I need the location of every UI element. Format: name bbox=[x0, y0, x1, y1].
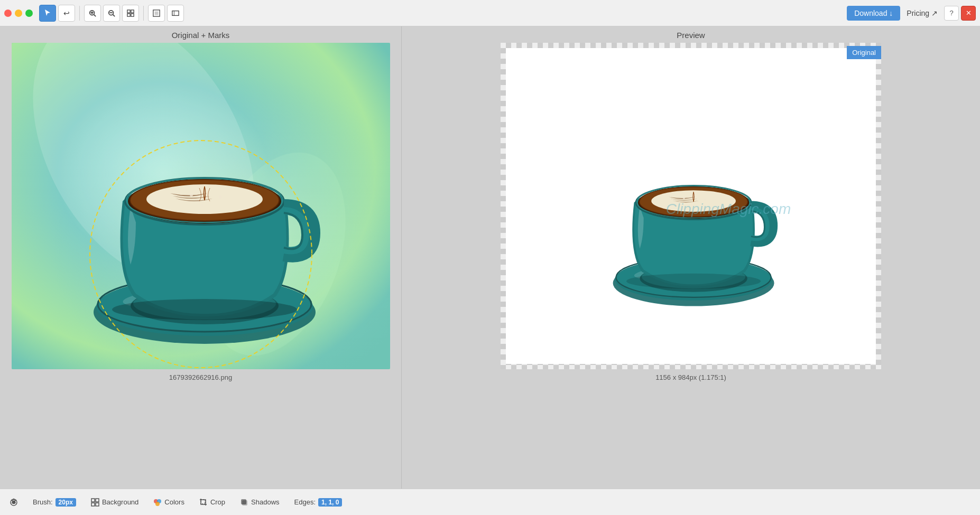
left-panel-title: Original + Marks bbox=[172, 26, 230, 43]
traffic-lights bbox=[4, 10, 33, 17]
svg-point-30 bbox=[190, 193, 193, 196]
zoom-in-button[interactable] bbox=[84, 5, 101, 22]
original-toggle-button[interactable]: Original bbox=[847, 46, 881, 59]
brush-value-badge: 20px bbox=[56, 498, 76, 507]
zoom-out-button[interactable] bbox=[103, 5, 120, 22]
crop-button[interactable]: Crop bbox=[196, 496, 228, 509]
svg-point-31 bbox=[219, 196, 221, 199]
separator-1 bbox=[79, 6, 80, 21]
fit-button[interactable] bbox=[122, 5, 139, 22]
brush-label: Brush: bbox=[33, 498, 53, 506]
close-button[interactable]: ✕ bbox=[961, 6, 976, 21]
undo-button[interactable]: ↩ bbox=[58, 5, 75, 22]
main-content: Original + Marks bbox=[0, 26, 980, 489]
original-image-container[interactable] bbox=[12, 43, 390, 369]
svg-rect-58 bbox=[91, 503, 95, 506]
colors-button[interactable]: Colors bbox=[150, 496, 188, 509]
colors-label: Colors bbox=[164, 498, 184, 506]
svg-rect-65 bbox=[242, 500, 247, 505]
svg-rect-13 bbox=[172, 11, 179, 15]
svg-rect-12 bbox=[155, 11, 159, 15]
top-toolbar: ↩ bbox=[0, 0, 980, 26]
settings-button[interactable] bbox=[6, 495, 21, 510]
svg-line-5 bbox=[113, 14, 115, 16]
crop-left-button[interactable] bbox=[148, 5, 165, 22]
svg-point-48 bbox=[683, 197, 685, 199]
bottom-toolbar: Brush: 20px Background Colors Crop bbox=[0, 489, 980, 515]
svg-rect-10 bbox=[131, 13, 134, 16]
svg-point-50 bbox=[691, 205, 692, 207]
preview-panel-wrapper: Preview Original bbox=[402, 26, 980, 489]
select-tool-button[interactable] bbox=[39, 5, 56, 22]
crop-right-button[interactable] bbox=[167, 5, 184, 22]
download-button[interactable]: Download ↓ bbox=[847, 6, 900, 21]
maximize-traffic-light[interactable] bbox=[25, 10, 33, 17]
preview-container: Original bbox=[501, 43, 881, 369]
preview-white-area: ClippingMagic.com bbox=[506, 48, 876, 364]
minimize-traffic-light[interactable] bbox=[15, 10, 22, 17]
svg-point-62 bbox=[155, 502, 160, 506]
svg-rect-57 bbox=[96, 499, 99, 502]
edges-control[interactable]: Edges: 1, 1, 0 bbox=[291, 496, 346, 509]
edges-value-badge: 1, 1, 0 bbox=[318, 498, 342, 507]
svg-rect-59 bbox=[96, 503, 99, 506]
background-label: Background bbox=[102, 498, 138, 506]
original-image bbox=[12, 43, 390, 369]
svg-rect-63 bbox=[201, 500, 205, 504]
close-traffic-light[interactable] bbox=[4, 10, 12, 17]
pricing-button[interactable]: Pricing ↗ bbox=[902, 6, 942, 21]
svg-rect-9 bbox=[127, 13, 130, 16]
left-panel: Original + Marks bbox=[0, 26, 402, 489]
svg-rect-8 bbox=[131, 10, 134, 12]
crop-label: Crop bbox=[210, 498, 225, 506]
svg-point-35 bbox=[112, 299, 297, 320]
preview-title: Preview bbox=[677, 26, 705, 43]
background-button[interactable]: Background bbox=[88, 496, 142, 509]
svg-point-53 bbox=[626, 274, 761, 289]
shadows-button[interactable]: Shadows bbox=[237, 496, 282, 509]
help-button[interactable]: ? bbox=[944, 6, 959, 21]
coffee-cup-svg bbox=[12, 43, 390, 369]
svg-rect-7 bbox=[127, 10, 130, 12]
filename-label: 1679392662916.png bbox=[169, 369, 232, 385]
brush-tool-button[interactable]: Brush: 20px bbox=[30, 496, 79, 509]
right-panel: Preview Original bbox=[402, 26, 980, 489]
dimensions-label: 1156 x 984px (1.175:1) bbox=[655, 369, 726, 385]
svg-rect-56 bbox=[91, 499, 95, 502]
window-controls-right: ? ✕ bbox=[944, 6, 976, 21]
svg-point-32 bbox=[201, 204, 203, 207]
shadows-label: Shadows bbox=[251, 498, 279, 506]
preview-image-container: ClippingMagic.com bbox=[501, 43, 881, 369]
svg-point-49 bbox=[704, 199, 706, 201]
edges-label: Edges: bbox=[294, 498, 316, 506]
svg-line-1 bbox=[94, 14, 96, 16]
preview-coffee-svg bbox=[553, 58, 828, 354]
separator-2 bbox=[143, 6, 144, 21]
